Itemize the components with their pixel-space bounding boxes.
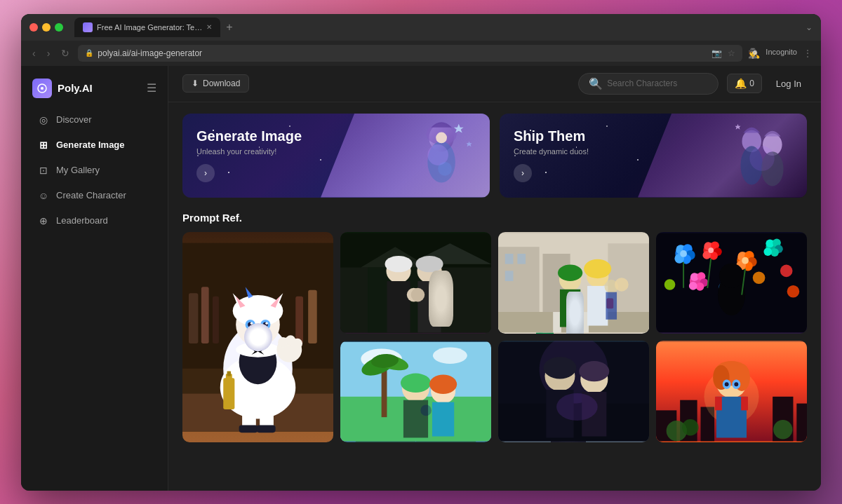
- active-tab[interactable]: Free AI Image Generator: Te… ✕: [74, 18, 220, 37]
- image-col-2: [340, 232, 491, 442]
- generate-image-banner-button[interactable]: ›: [196, 164, 215, 182]
- sidebar-item-generate-image[interactable]: ⊞ Generate Image: [27, 133, 162, 157]
- sidebar: Poly.AI ☰ ◎ Discover ⊞ Generate Image ⊡ …: [21, 66, 168, 491]
- notification-button[interactable]: 🔔 0: [727, 74, 762, 93]
- arrow-icon: ›: [204, 168, 207, 178]
- more-options-icon[interactable]: ⋮: [803, 48, 813, 59]
- search-icon: 🔍: [589, 77, 603, 90]
- ship-them-banner-button[interactable]: ›: [514, 164, 532, 182]
- close-window-button[interactable]: [29, 23, 38, 32]
- title-bar: Free AI Image Generator: Te… ✕ + ⌄: [21, 14, 821, 41]
- generate-image-banner-subtitle: Unleash your creativity!: [196, 147, 276, 156]
- svg-point-112: [556, 393, 598, 420]
- svg-point-76: [401, 373, 431, 392]
- logo-text: Poly.AI: [58, 82, 93, 94]
- svg-rect-101: [606, 292, 617, 319]
- svg-rect-20: [213, 296, 219, 343]
- svg-point-151: [787, 285, 800, 297]
- minimize-window-button[interactable]: [42, 23, 51, 32]
- svg-point-35: [246, 319, 255, 329]
- logo-icon: [32, 79, 52, 98]
- maximize-window-button[interactable]: [55, 23, 63, 32]
- sidebar-item-leaderboard-label: Leaderboard: [56, 215, 108, 226]
- svg-rect-51: [223, 378, 234, 409]
- svg-point-5: [436, 132, 447, 143]
- main-layout: Poly.AI ☰ ◎ Discover ⊞ Generate Image ⊡ …: [21, 66, 821, 491]
- generate-image-icon: ⊞: [38, 139, 49, 151]
- forward-button[interactable]: ›: [44, 46, 53, 60]
- svg-rect-87: [517, 253, 526, 264]
- svg-point-107: [544, 357, 577, 379]
- svg-rect-88: [505, 271, 514, 281]
- banner-character-right: [669, 114, 807, 196]
- create-character-icon: ☺: [38, 190, 49, 201]
- image-col-1: [182, 232, 333, 442]
- tab-title: Free AI Image Generator: Te…: [97, 23, 202, 32]
- svg-point-176: [682, 419, 698, 435]
- new-tab-button[interactable]: +: [226, 21, 232, 34]
- svg-point-7: [438, 161, 452, 175]
- svg-point-134: [742, 257, 749, 264]
- browser-window: Free AI Image Generator: Te… ✕ + ⌄ ‹ › ↻…: [21, 14, 821, 491]
- back-button[interactable]: ‹: [29, 46, 39, 60]
- refresh-button[interactable]: ↻: [58, 46, 72, 60]
- tab-close-button[interactable]: ✕: [206, 23, 212, 31]
- list-item[interactable]: [498, 341, 649, 442]
- svg-rect-22: [308, 290, 317, 343]
- svg-point-147: [753, 271, 766, 284]
- browser-actions: 🕵 Incognito ⋮: [748, 48, 813, 59]
- expand-icon: ⌄: [806, 22, 813, 32]
- search-input[interactable]: [607, 79, 705, 88]
- svg-rect-169: [715, 396, 722, 410]
- generate-image-banner-title: Generate Image: [196, 128, 302, 144]
- sidebar-item-discover[interactable]: ◎ Discover: [27, 108, 162, 132]
- list-item[interactable]: [340, 341, 491, 442]
- list-item[interactable]: [340, 232, 491, 334]
- lock-icon: 🔒: [85, 49, 93, 57]
- download-icon: ⬇: [192, 79, 199, 88]
- sidebar-item-leaderboard[interactable]: ⊕ Leaderboard: [27, 209, 162, 233]
- sidebar-item-generate-image-label: Generate Image: [56, 139, 125, 150]
- svg-point-79: [429, 374, 457, 393]
- ship-them-banner[interactable]: Ship Them Create dynamic duos! ›: [500, 114, 807, 198]
- traffic-lights: [29, 23, 63, 32]
- sidebar-item-create-character[interactable]: ☺ Create Character: [27, 184, 162, 207]
- svg-point-153: [719, 263, 744, 287]
- sidebar-item-my-gallery[interactable]: ⊡ My Gallery: [27, 158, 162, 182]
- list-item[interactable]: [656, 232, 807, 334]
- star-icon[interactable]: ☆: [728, 48, 735, 58]
- prompt-ref-title: Prompt Ref.: [182, 212, 807, 224]
- list-item[interactable]: [656, 341, 807, 442]
- svg-rect-21: [295, 296, 303, 343]
- list-item[interactable]: [498, 232, 649, 334]
- svg-point-150: [664, 279, 676, 290]
- svg-rect-53: [227, 371, 231, 376]
- url-text: polyai.ai/ai-image-generator: [98, 48, 202, 58]
- sidebar-item-create-character-label: Create Character: [56, 190, 126, 200]
- notification-count: 0: [749, 79, 754, 88]
- svg-point-1: [41, 87, 44, 90]
- bell-icon: 🔔: [735, 78, 747, 89]
- list-item[interactable]: [182, 232, 333, 442]
- url-bar[interactable]: 🔒 polyai.ai/ai-image-generator 📷 ☆: [78, 45, 742, 62]
- login-button[interactable]: Log In: [770, 75, 807, 93]
- discover-icon: ◎: [38, 114, 49, 125]
- svg-point-63: [416, 255, 443, 271]
- svg-point-102: [615, 278, 629, 292]
- svg-marker-15: [735, 123, 741, 129]
- leaderboard-icon: ⊕: [38, 215, 49, 226]
- content-toolbar: ⬇ Download 🔍 🔔 0 Log In: [168, 66, 821, 102]
- download-button[interactable]: ⬇ Download: [182, 74, 249, 93]
- generate-image-banner[interactable]: Generate Image Unleash your creativity! …: [182, 114, 490, 198]
- svg-point-177: [773, 420, 792, 439]
- svg-point-127: [708, 247, 714, 253]
- search-box[interactable]: 🔍: [578, 73, 719, 95]
- svg-point-39: [250, 322, 253, 325]
- ship-them-banner-title: Ship Them: [514, 128, 585, 144]
- sidebar-menu-icon[interactable]: ☰: [147, 81, 156, 95]
- svg-point-146: [689, 282, 697, 290]
- hero-banners: Generate Image Unleash your creativity! …: [182, 114, 807, 198]
- svg-rect-89: [498, 312, 649, 332]
- sidebar-item-discover-label: Discover: [56, 114, 92, 125]
- svg-rect-86: [505, 253, 514, 264]
